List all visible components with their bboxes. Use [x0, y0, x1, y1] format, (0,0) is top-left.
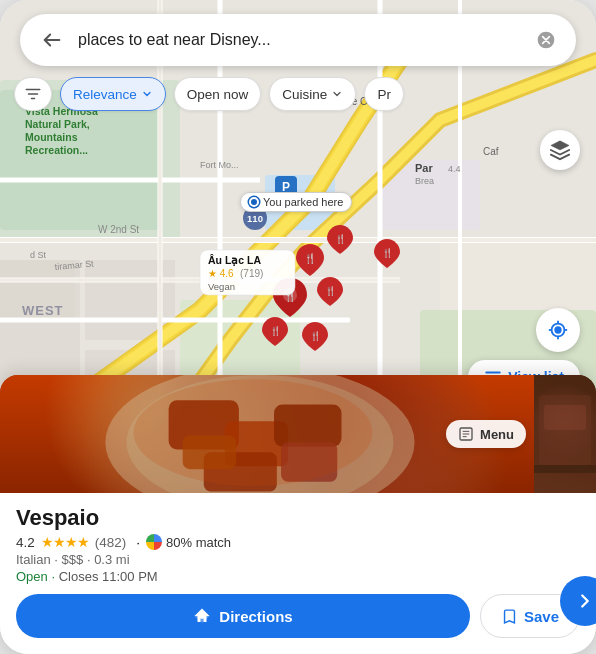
- open-status: Open: [16, 569, 48, 584]
- price-range: $$$: [62, 552, 84, 567]
- svg-text:🍴: 🍴: [382, 247, 394, 259]
- svg-text:W 2nd St: W 2nd St: [98, 224, 139, 235]
- menu-badge[interactable]: Menu: [446, 420, 526, 448]
- svg-text:🍴: 🍴: [304, 252, 317, 265]
- svg-text:★ 4.6: ★ 4.6: [208, 268, 234, 279]
- filter-icon-button[interactable]: [14, 77, 52, 111]
- layers-button[interactable]: [540, 130, 580, 170]
- open-now-label: Open now: [187, 87, 249, 102]
- svg-text:Recreation...: Recreation...: [25, 144, 88, 156]
- relevance-label: Relevance: [73, 87, 137, 102]
- price-label: Pr: [377, 87, 391, 102]
- side-image: [534, 375, 596, 493]
- svg-rect-80: [534, 465, 596, 473]
- svg-text:WEST: WEST: [22, 303, 64, 318]
- google-circle-icon: [146, 534, 162, 550]
- svg-text:Âu Lạc LA: Âu Lạc LA: [208, 254, 261, 267]
- restaurant-name: Vespaio: [16, 505, 580, 531]
- back-button[interactable]: [36, 24, 68, 56]
- rating-number: 4.2: [16, 535, 35, 550]
- rating-row: 4.2 ★★★★ (482) · 80% match: [16, 534, 580, 550]
- svg-text:110: 110: [247, 213, 263, 224]
- directions-button[interactable]: Directions: [16, 594, 470, 638]
- cuisine-type: Italian: [16, 552, 51, 567]
- distance: 0.3 mi: [94, 552, 129, 567]
- menu-label: Menu: [480, 427, 514, 442]
- svg-text:d St: d St: [30, 250, 47, 260]
- clear-button[interactable]: [532, 26, 560, 54]
- save-label: Save: [524, 608, 559, 625]
- dot-separator3: ·: [51, 569, 58, 584]
- card-details: Italian · $$$ · 0.3 mi: [16, 552, 580, 567]
- svg-rect-79: [544, 405, 586, 430]
- restaurant-card: Menu Vespaio 4.2 ★★★★ (482) · 80% match …: [0, 375, 596, 654]
- svg-text:Fort Mo...: Fort Mo...: [200, 160, 239, 170]
- svg-text:Mountains: Mountains: [25, 131, 78, 143]
- review-count: (482): [95, 535, 127, 550]
- svg-text:🍴: 🍴: [310, 330, 322, 342]
- svg-text:Natural Park,: Natural Park,: [25, 118, 90, 130]
- card-hours: Open · Closes 11:00 PM: [16, 569, 580, 584]
- search-bar: places to eat near Disney...: [20, 14, 576, 66]
- filter-bar: Relevance Open now Cuisine Pr: [0, 74, 596, 114]
- svg-rect-9: [440, 240, 596, 320]
- open-now-filter[interactable]: Open now: [174, 77, 262, 111]
- match-badge: 80% match: [146, 534, 231, 550]
- svg-text:Brea: Brea: [415, 176, 434, 186]
- parked-dot: [249, 197, 259, 207]
- card-actions: Directions Save: [0, 594, 596, 654]
- price-filter[interactable]: Pr: [364, 77, 404, 111]
- svg-text:Par: Par: [415, 162, 433, 174]
- relevance-filter[interactable]: Relevance: [60, 77, 166, 111]
- parked-text: You parked here: [263, 196, 343, 208]
- svg-point-76: [134, 379, 373, 486]
- svg-text:Caf: Caf: [483, 146, 499, 157]
- match-separator: ·: [136, 535, 140, 550]
- svg-text:🍴: 🍴: [335, 233, 347, 245]
- locate-button[interactable]: [536, 308, 580, 352]
- svg-text:🍴: 🍴: [270, 325, 282, 337]
- svg-point-58: [554, 326, 561, 333]
- stars: ★★★★: [41, 534, 89, 550]
- svg-text:🍴: 🍴: [325, 285, 337, 297]
- cuisine-filter[interactable]: Cuisine: [269, 77, 356, 111]
- close-time: Closes 11:00 PM: [59, 569, 158, 584]
- match-percent: 80% match: [166, 535, 231, 550]
- search-query[interactable]: places to eat near Disney...: [68, 31, 532, 49]
- svg-text:Vegan: Vegan: [208, 281, 235, 292]
- card-info: Vespaio 4.2 ★★★★ (482) · 80% match Itali…: [0, 493, 596, 584]
- dot-separator: ·: [54, 552, 61, 567]
- phone-frame: W 2nd St tiramar St d St Fort Mo... 110 …: [0, 0, 596, 654]
- svg-text:(719): (719): [240, 268, 263, 279]
- parked-here-label: You parked here: [240, 192, 352, 212]
- cuisine-label: Cuisine: [282, 87, 327, 102]
- svg-text:4.4: 4.4: [448, 164, 461, 174]
- directions-label: Directions: [219, 608, 292, 625]
- card-images: Menu: [0, 375, 596, 493]
